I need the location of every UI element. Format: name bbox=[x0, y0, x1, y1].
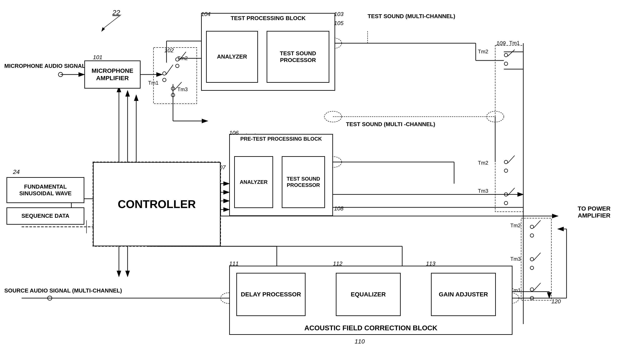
ref-104: 104 bbox=[201, 11, 210, 18]
svg-point-80 bbox=[504, 201, 508, 205]
ref-111: 111 bbox=[229, 260, 238, 267]
sequence-data-block: SEQUENCE DATA bbox=[6, 207, 84, 225]
tm3-left-label: Tm3 bbox=[177, 86, 188, 93]
fundamental-group: FUNDAMENTAL SINUSOIDAL WAVE SEQUENCE DAT… bbox=[6, 177, 84, 225]
svg-point-109 bbox=[48, 296, 52, 300]
svg-point-85 bbox=[530, 258, 534, 261]
tm1-right-top-label: Tm1 bbox=[509, 40, 520, 46]
tm2-bot-label: Tm2 bbox=[510, 223, 521, 229]
diagram: 22 23 24 MICROPHONE AUDIO SIGNAL MICROPH… bbox=[0, 0, 626, 364]
ref-120: 120 bbox=[551, 298, 561, 305]
svg-line-78 bbox=[508, 156, 515, 163]
svg-point-88 bbox=[530, 288, 534, 291]
test-sound-multichannel-top-label: TEST SOUND (MULTI-CHANNEL) bbox=[368, 13, 455, 20]
svg-point-67 bbox=[176, 64, 179, 68]
pre-test-processing-block: PRE-TEST PROCESSING BLOCK ANALYZER TEST … bbox=[229, 134, 333, 216]
test-processing-block: TEST PROCESSING BLOCK ANALYZER TEST SOUN… bbox=[201, 13, 335, 91]
tm2-right-mid-label: Tm2 bbox=[478, 160, 488, 166]
svg-point-86 bbox=[530, 266, 534, 270]
svg-line-3 bbox=[104, 15, 121, 28]
svg-line-87 bbox=[534, 253, 541, 260]
tm2-right-top-label: Tm2 bbox=[478, 49, 488, 55]
svg-rect-93 bbox=[495, 45, 523, 212]
ref-22: 22 bbox=[113, 9, 120, 17]
ref-106: 106 bbox=[229, 130, 238, 136]
microphone-amplifier-block: MICROPHONE AMPLIFIER bbox=[84, 61, 141, 89]
svg-line-90 bbox=[534, 283, 541, 291]
svg-point-73 bbox=[504, 53, 508, 57]
test-sound-processor-top-block: TEST SOUND PROCESSOR bbox=[267, 31, 329, 83]
svg-rect-92 bbox=[154, 48, 197, 104]
svg-point-64 bbox=[163, 78, 166, 82]
svg-line-75 bbox=[508, 50, 515, 56]
svg-point-77 bbox=[504, 169, 508, 172]
analyzer-top-block: ANALYZER bbox=[206, 31, 258, 83]
to-power-amplifier-label: TO POWER AMPLIFIER bbox=[562, 205, 626, 219]
gain-adjuster-block: GAIN ADJUSTER bbox=[431, 273, 496, 316]
source-audio-signal-label: SOURCE AUDIO SIGNAL (MULTI-CHANNEL) bbox=[4, 287, 122, 294]
microphone-audio-signal-label: MICROPHONE AUDIO SIGNAL bbox=[4, 63, 85, 69]
test-sound-processor-mid-block: TEST SOUND PROCESSOR bbox=[282, 156, 325, 208]
svg-line-4 bbox=[102, 28, 104, 31]
svg-point-82 bbox=[530, 225, 534, 229]
controller-block: CONTROLLER bbox=[93, 162, 221, 246]
svg-line-66 bbox=[166, 65, 173, 74]
svg-line-84 bbox=[534, 220, 541, 228]
ref-109: 109 bbox=[496, 40, 506, 47]
tm1-left-label: Tm1 bbox=[148, 80, 158, 86]
ref-110: 110 bbox=[355, 338, 365, 345]
ref-112: 112 bbox=[333, 260, 342, 267]
ref-24: 24 bbox=[13, 168, 20, 175]
equalizer-block: EQUALIZER bbox=[336, 273, 401, 316]
ref-113: 113 bbox=[426, 260, 435, 267]
ref-105: 105 bbox=[334, 20, 343, 27]
analyzer-mid-block: ANALYZER bbox=[234, 156, 273, 208]
pre-test-label: PRE-TEST PROCESSING BLOCK bbox=[240, 136, 322, 142]
test-sound-multichannel-mid-label: TEST SOUND (MULTI -CHANNEL) bbox=[346, 121, 435, 128]
test-processing-block-label: TEST PROCESSING BLOCK bbox=[231, 15, 306, 22]
fundamental-sinusoidal-block: FUNDAMENTAL SINUSOIDAL WAVE bbox=[6, 177, 84, 203]
ref-101: 101 bbox=[93, 54, 102, 61]
acoustic-field-correction-block: ACOUSTIC FIELD CORRECTION BLOCK DELAY PR… bbox=[229, 266, 512, 335]
delay-processor-block: DELAY PROCESSOR bbox=[236, 273, 306, 316]
svg-point-76 bbox=[504, 160, 508, 164]
svg-point-65 bbox=[163, 72, 166, 75]
acoustic-label: ACOUSTIC FIELD CORRECTION BLOCK bbox=[304, 324, 437, 332]
tm2-left-label: Tm2 bbox=[177, 55, 188, 61]
svg-point-83 bbox=[530, 234, 534, 237]
svg-point-110 bbox=[58, 72, 63, 77]
svg-point-74 bbox=[504, 62, 508, 66]
ref-102: 102 bbox=[164, 47, 174, 54]
tm3-right-label: Tm3 bbox=[478, 188, 488, 194]
ref-103: 103 bbox=[334, 11, 343, 18]
tm3-bot-label: Tm3 bbox=[510, 256, 521, 262]
ref-108: 108 bbox=[334, 205, 343, 212]
